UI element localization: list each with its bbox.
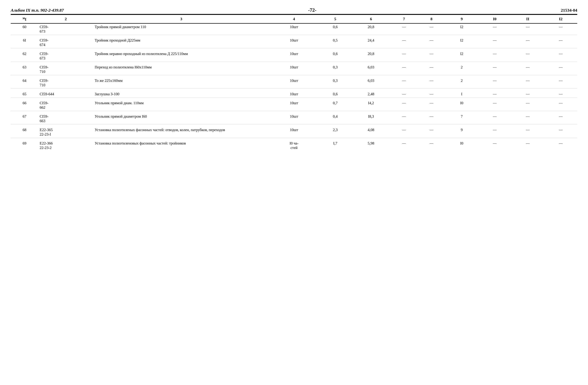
cell-6-2: Угольник прямой диам. 110мм — [93, 100, 269, 111]
col-header-2: 2 — [38, 15, 93, 23]
cell-2-5: 20,8 — [352, 50, 390, 62]
cell-7-8: 7 — [445, 113, 478, 125]
cell-4-10: — — [511, 77, 544, 89]
cell-2-0: 62 — [11, 50, 38, 62]
cell-5-7: — — [418, 91, 445, 98]
cell-9-8: I0 — [445, 140, 478, 151]
cell-8-3: 10шт — [269, 127, 319, 138]
cell-3-2: Переход из полиэтилена I60х110мм — [93, 64, 269, 75]
cell-3-8: 2 — [445, 64, 478, 75]
cell-6-11: — — [544, 100, 577, 111]
cell-1-4: 0,5 — [319, 37, 352, 48]
cell-3-11: — — [544, 64, 577, 75]
cell-8-5: 4,08 — [352, 127, 390, 138]
cell-3-0: 63 — [11, 64, 38, 75]
cell-0-9: — — [478, 23, 511, 35]
cell-0-2: Тройник прямой диаметром 110 — [93, 23, 269, 35]
cell-3-3: 10шт — [269, 64, 319, 75]
spacer-row — [11, 138, 577, 140]
cell-8-2: Установка полиэтиленых фасонных частей: … — [93, 127, 269, 138]
cell-2-8: I2 — [445, 50, 478, 62]
col-header-6: 6 — [352, 15, 390, 23]
cell-0-8: I2 — [445, 23, 478, 35]
cell-9-10: — — [511, 140, 544, 151]
cell-5-11: — — [544, 91, 577, 98]
spacer-row — [11, 125, 577, 127]
cell-9-9: — — [478, 140, 511, 151]
col-header-9: 9 — [445, 15, 478, 23]
spacer-row — [11, 75, 577, 78]
cell-1-9: — — [478, 37, 511, 48]
cell-8-7: — — [418, 127, 445, 138]
cell-7-4: 0,4 — [319, 113, 352, 125]
cell-4-6: — — [390, 77, 418, 89]
cell-6-8: I0 — [445, 100, 478, 111]
cell-5-0: 65 — [11, 91, 38, 98]
col-header-3: 3 — [93, 15, 269, 23]
cell-7-7: — — [418, 113, 445, 125]
table-row: 64СI59- 710То же 225х160мм10шт0,36,03——2… — [11, 77, 577, 89]
cell-7-6: — — [390, 113, 418, 125]
cell-6-7: — — [418, 100, 445, 111]
cell-9-11: — — [544, 140, 577, 151]
cell-7-3: 10шт — [269, 113, 319, 125]
cell-9-5: 5,98 — [352, 140, 390, 151]
cell-2-4: 0,6 — [319, 50, 352, 62]
cell-8-0: 68 — [11, 127, 38, 138]
cell-5-5: 2,48 — [352, 91, 390, 98]
cell-0-3: 10шт — [269, 23, 319, 35]
cell-9-1: Е22-366 22-23-2 — [38, 140, 93, 151]
spacer-row — [11, 98, 577, 100]
col-header-4: 4 — [269, 15, 319, 23]
main-table: мI 2 3 4 5 6 7 8 9 I0 II I2 60СI59- 673Т… — [11, 14, 577, 151]
cell-5-3: 10шт — [269, 91, 319, 98]
header-center: -72- — [308, 7, 316, 13]
cell-3-4: 0,3 — [319, 64, 352, 75]
cell-6-0: 66 — [11, 100, 38, 111]
cell-2-2: Тройник неравно проходный из полиэтилена… — [93, 50, 269, 62]
cell-2-1: СI59- 673 — [38, 50, 93, 62]
cell-2-7: — — [418, 50, 445, 62]
cell-4-11: — — [544, 77, 577, 89]
cell-4-5: 6,03 — [352, 77, 390, 89]
cell-9-6: — — [390, 140, 418, 151]
cell-8-9: — — [478, 127, 511, 138]
col-header-1: мI — [11, 15, 38, 23]
cell-0-0: 60 — [11, 23, 38, 35]
cell-9-0: 69 — [11, 140, 38, 151]
cell-1-2: Тройник проходной Д225мм — [93, 37, 269, 48]
cell-4-3: 10шт — [269, 77, 319, 89]
cell-9-3: I0 ча- стей — [269, 140, 319, 151]
cell-3-5: 6,03 — [352, 64, 390, 75]
cell-3-6: — — [390, 64, 418, 75]
cell-1-6: — — [390, 37, 418, 48]
cell-9-4: I,7 — [319, 140, 352, 151]
cell-3-9: — — [478, 64, 511, 75]
cell-5-4: 0,6 — [319, 91, 352, 98]
cell-1-8: I2 — [445, 37, 478, 48]
cell-0-6: — — [390, 23, 418, 35]
col-header-11: II — [511, 15, 544, 23]
spacer-row — [11, 111, 577, 113]
cell-4-4: 0,3 — [319, 77, 352, 89]
col-header-12: I2 — [544, 15, 577, 23]
col-header-8: 8 — [418, 15, 445, 23]
cell-5-2: Заглушка З-100 — [93, 91, 269, 98]
cell-5-10: — — [511, 91, 544, 98]
cell-5-1: СI59-644 — [38, 91, 93, 98]
cell-2-3: 10шт — [269, 50, 319, 62]
table-row: 66СI59- 662Угольник прямой диам. 110мм10… — [11, 100, 577, 111]
col-header-7: 7 — [390, 15, 418, 23]
cell-8-10: — — [511, 127, 544, 138]
col-header-5: 5 — [319, 15, 352, 23]
cell-0-11: — — [544, 23, 577, 35]
spacer-row — [11, 62, 577, 64]
cell-0-5: 20,8 — [352, 23, 390, 35]
cell-3-7: — — [418, 64, 445, 75]
table-row: 67СI59- 663Угольник прямой диаметром I60… — [11, 113, 577, 125]
cell-7-1: СI59- 663 — [38, 113, 93, 125]
cell-4-8: 2 — [445, 77, 478, 89]
cell-0-1: СI59- 673 — [38, 23, 93, 35]
cell-2-11: — — [544, 50, 577, 62]
cell-8-11: — — [544, 127, 577, 138]
